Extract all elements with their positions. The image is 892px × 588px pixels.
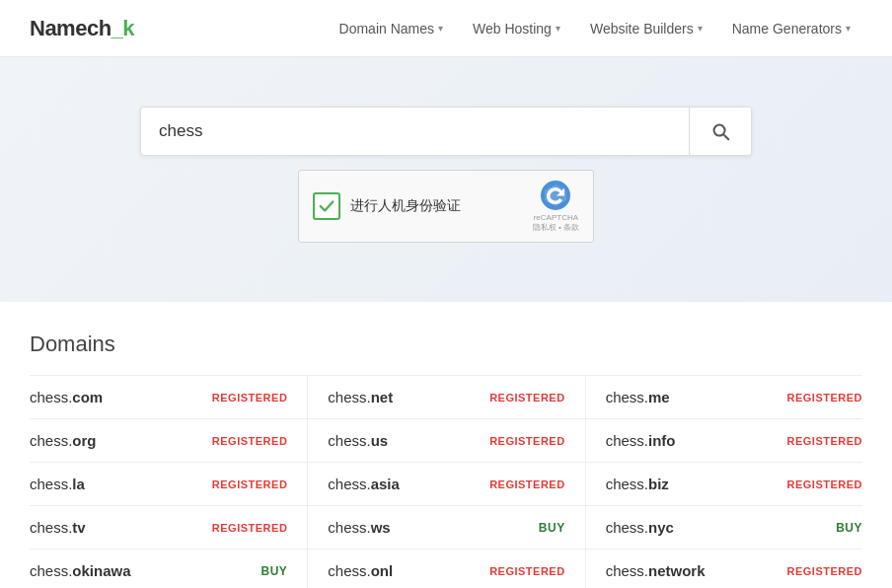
domain-status: REGISTERED xyxy=(786,478,862,490)
domain-status: REGISTERED xyxy=(786,392,862,404)
domain-name: chess.me xyxy=(606,389,670,405)
domain-status: REGISTERED xyxy=(212,435,288,447)
domains-grid: chess.comREGISTEREDchess.netREGISTEREDch… xyxy=(30,375,862,588)
search-button[interactable] xyxy=(689,108,751,155)
domain-name: chess.la xyxy=(30,476,85,492)
domain-row: chess.onlREGISTERED xyxy=(307,550,584,588)
nav-item-web-hosting[interactable]: Web Hosting ▾ xyxy=(461,15,572,42)
domain-row: chess.meREGISTERED xyxy=(585,376,862,419)
domain-row: chess.usREGISTERED xyxy=(307,419,584,463)
domain-row: chess.comREGISTERED xyxy=(30,376,307,419)
domain-name: chess.org xyxy=(30,432,97,449)
recaptcha-label: 进行人机身份验证 xyxy=(350,197,523,215)
domains-title: Domains xyxy=(30,331,862,357)
domain-status: REGISTERED xyxy=(212,522,288,534)
domain-status: REGISTERED xyxy=(212,478,288,490)
chevron-down-icon: ▾ xyxy=(698,23,703,34)
checkmark-icon xyxy=(318,197,335,215)
domain-row: chess.okinawaBUY xyxy=(30,550,307,588)
domain-status: REGISTERED xyxy=(786,565,862,577)
domain-name: chess.us xyxy=(328,432,388,449)
domain-row: chess.bizREGISTERED xyxy=(585,463,862,506)
domain-status[interactable]: BUY xyxy=(260,564,287,578)
domain-name: chess.onl xyxy=(328,562,393,579)
recaptcha-brand-text: reCAPTCHA 隐私权 • 条款 xyxy=(533,213,579,234)
recaptcha-checkbox[interactable] xyxy=(313,192,340,220)
logo-accent: _k xyxy=(112,16,134,40)
recaptcha-widget[interactable]: 进行人机身份验证 reCAPTCHA 隐私权 • 条款 xyxy=(298,170,594,243)
nav-item-name-generators[interactable]: Name Generators ▾ xyxy=(720,15,862,42)
recaptcha-logo-icon xyxy=(540,180,571,211)
recaptcha-logo-area: reCAPTCHA 隐私权 • 条款 xyxy=(533,180,579,234)
domain-row: chess.netREGISTERED xyxy=(307,376,584,419)
domain-status: REGISTERED xyxy=(489,478,565,490)
domain-name: chess.ws xyxy=(328,519,390,536)
domain-name: chess.okinawa xyxy=(30,562,131,579)
domain-status: REGISTERED xyxy=(489,392,565,404)
domain-status[interactable]: BUY xyxy=(836,521,862,535)
hero-section: 进行人机身份验证 reCAPTCHA 隐私权 • 条款 xyxy=(0,57,892,302)
domain-status[interactable]: BUY xyxy=(539,521,565,535)
search-container xyxy=(140,107,752,156)
chevron-down-icon: ▾ xyxy=(846,23,851,34)
domain-status: REGISTERED xyxy=(786,435,862,447)
nav: Domain Names ▾ Web Hosting ▾ Website Bui… xyxy=(328,15,862,42)
domain-name: chess.asia xyxy=(328,476,400,492)
nav-label-name-generators: Name Generators xyxy=(732,21,842,37)
domains-section: Domains chess.comREGISTEREDchess.netREGI… xyxy=(0,302,892,588)
domain-row: chess.orgREGISTERED xyxy=(30,419,307,463)
nav-item-website-builders[interactable]: Website Builders ▾ xyxy=(578,15,714,42)
domain-row: chess.networkREGISTERED xyxy=(585,550,862,588)
domain-row: chess.wsBUY xyxy=(307,506,584,550)
domain-row: chess.nycBUY xyxy=(585,506,862,550)
chevron-down-icon: ▾ xyxy=(438,23,443,34)
nav-label-web-hosting: Web Hosting xyxy=(473,21,552,37)
nav-item-domain-names[interactable]: Domain Names ▾ xyxy=(328,15,455,42)
domain-status: REGISTERED xyxy=(212,392,288,404)
domain-row: chess.asiaREGISTERED xyxy=(307,463,584,506)
search-icon xyxy=(709,120,731,142)
nav-label-website-builders: Website Builders xyxy=(590,21,694,37)
search-input[interactable] xyxy=(141,108,689,155)
logo[interactable]: Namech_k xyxy=(30,16,134,41)
header: Namech_k Domain Names ▾ Web Hosting ▾ We… xyxy=(0,0,892,57)
chevron-down-icon: ▾ xyxy=(556,23,560,34)
domain-status: REGISTERED xyxy=(489,565,565,577)
domain-name: chess.net xyxy=(328,389,393,405)
domain-row: chess.tvREGISTERED xyxy=(30,506,307,550)
domain-name: chess.com xyxy=(30,389,103,405)
domain-name: chess.info xyxy=(606,432,676,449)
domain-name: chess.network xyxy=(606,562,706,579)
domain-row: chess.laREGISTERED xyxy=(30,463,307,506)
domain-row: chess.infoREGISTERED xyxy=(585,419,862,463)
domain-name: chess.biz xyxy=(606,476,669,492)
nav-label-domain-names: Domain Names xyxy=(339,21,434,37)
domain-name: chess.nyc xyxy=(606,519,674,536)
domain-name: chess.tv xyxy=(30,519,86,536)
domain-status: REGISTERED xyxy=(489,435,565,447)
